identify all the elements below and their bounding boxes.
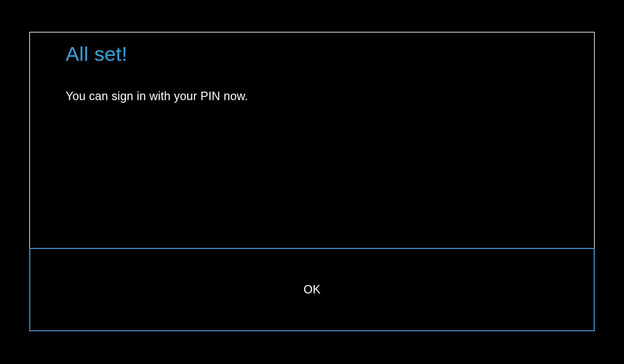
dialog-message: You can sign in with your PIN now. (66, 89, 558, 103)
dialog-title: All set! (66, 42, 558, 65)
ok-button[interactable]: OK (29, 248, 595, 331)
dialog-content: All set! You can sign in with your PIN n… (30, 32, 594, 249)
dialog-container: All set! You can sign in with your PIN n… (29, 32, 595, 331)
ok-button-label: OK (304, 283, 320, 296)
